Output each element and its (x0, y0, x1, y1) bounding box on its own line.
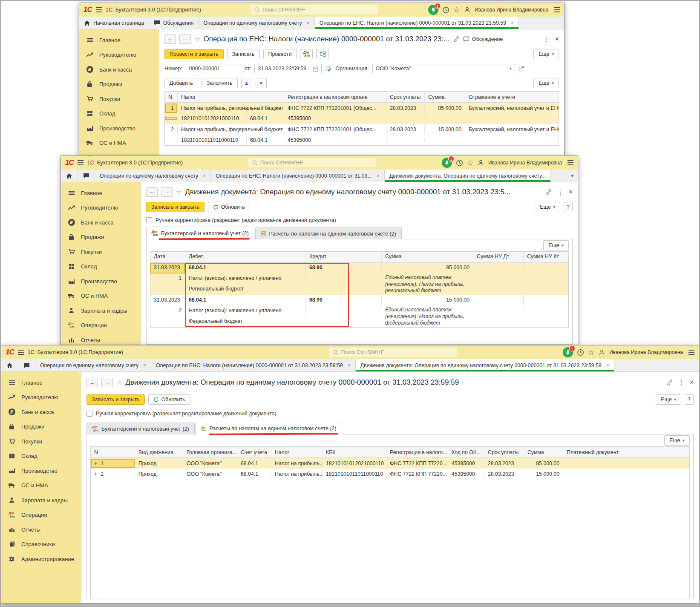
posting-entry[interactable]: 31.03.2023 68.04.1 68.90 85 000,00 1 Нал… (150, 263, 568, 295)
user-icon[interactable] (598, 349, 605, 356)
help-button[interactable]: ? (564, 202, 573, 212)
sidebar-item-manager[interactable]: Руководителю (1, 390, 81, 405)
sidebar-item-operations[interactable]: ДтКтОперации (1, 508, 81, 523)
sidebar-item-production[interactable]: Производство (79, 121, 159, 136)
save-button[interactable]: Записать (227, 49, 260, 59)
sidebar-item-main[interactable]: Главное (1, 375, 81, 390)
tab-home[interactable]: Начальная страница (79, 17, 149, 29)
back-button[interactable]: ← (86, 378, 98, 387)
forward-button[interactable]: → (179, 35, 191, 44)
tab-ens-operations[interactable]: Операции по единому налоговому счету × (35, 359, 151, 371)
sidebar-item-main[interactable]: Главное (61, 186, 141, 201)
favorite-star-icon[interactable]: ☆ (176, 188, 181, 196)
close-form-icon[interactable]: × (555, 35, 559, 43)
sidebar-item-bank[interactable]: ₽Банк и касса (61, 215, 141, 230)
tab-home[interactable] (61, 170, 78, 182)
table-row[interactable]: 2 Налог на прибыль, федеральный бюджет Ф… (165, 124, 559, 145)
forward-button[interactable]: → (161, 187, 173, 197)
sidebar-item-purchases[interactable]: Покупки (1, 434, 81, 449)
notifications-button[interactable]: 1 (442, 158, 452, 168)
user-name[interactable]: Иванова Ирина Владимировна (488, 160, 562, 166)
sidebar-item-operations[interactable]: ДтКтОперации (61, 318, 141, 333)
save-and-close-button[interactable]: Записать и закрыть (86, 394, 145, 405)
more-button[interactable]: Еще▾ (533, 78, 559, 88)
move-down-button[interactable]: ▼ (256, 78, 267, 88)
tab-close-icon[interactable]: × (511, 20, 514, 26)
dtkt-button[interactable]: ДтКт (300, 49, 313, 59)
link-icon[interactable] (666, 379, 673, 386)
tab-ens-operations[interactable]: Операции по единому налоговому счету × (95, 170, 211, 182)
sidebar-item-production[interactable]: Производство (1, 463, 81, 478)
more-button[interactable]: Еще▾ (543, 240, 569, 250)
sidebar-item-reports[interactable]: Отчеты (61, 333, 141, 345)
post-button[interactable]: Провести (263, 49, 297, 59)
favorites-star-button[interactable]: ☆ (453, 6, 460, 14)
tab-ens-settlements[interactable]: Расчеты по налогам на едином налоговом с… (255, 227, 402, 239)
more-button[interactable]: Еще▾ (664, 435, 690, 446)
date-field[interactable]: 31.03.2023 23:59:59 (254, 64, 322, 73)
sidebar-item-bank[interactable]: ₽Банк и касса (79, 62, 159, 77)
service-menu-icon[interactable] (554, 7, 560, 8)
save-and-close-button[interactable]: Записать и закрыть (146, 202, 205, 212)
notifications-button[interactable]: 1 (563, 347, 573, 357)
calendar-icon[interactable] (313, 66, 318, 72)
tab-close-icon[interactable]: × (377, 173, 380, 179)
sidebar-item-manager[interactable]: Руководителю (61, 201, 141, 216)
sidebar-item-sales[interactable]: Продажи (61, 230, 141, 245)
tab-close-icon[interactable]: × (203, 173, 206, 179)
tab-close-icon[interactable]: × (606, 362, 609, 368)
dropdown-caret-icon[interactable]: ▾ (510, 66, 512, 71)
main-menu-icon[interactable] (18, 350, 24, 351)
tab-movements[interactable]: Движения документа: Операция по единому … (356, 359, 614, 371)
user-icon[interactable] (477, 159, 484, 166)
sidebar-item-purchases[interactable]: Покупки (61, 245, 141, 259)
more-menu-icon[interactable]: ⋮ (544, 35, 550, 43)
sidebar-item-salary[interactable]: Зарплата и кадры (61, 303, 141, 318)
search-input[interactable]: Поиск Ctrl+Shift+F (251, 5, 378, 14)
tab-home[interactable] (1, 359, 18, 371)
user-name[interactable]: Иванова Ирина Владимировна (475, 7, 548, 13)
open-organization-icon[interactable] (519, 66, 524, 72)
sidebar-item-directories[interactable]: Справочники (1, 537, 81, 552)
tab-discussions[interactable] (78, 170, 95, 182)
service-menu-icon[interactable] (688, 350, 694, 351)
sidebar-item-warehouse[interactable]: Склад (61, 259, 141, 274)
table-row[interactable]: 1 Налог на прибыль, региональный бюджет … (165, 103, 559, 124)
service-menu-icon[interactable] (567, 160, 573, 161)
history-button[interactable] (442, 6, 449, 14)
notifications-button[interactable]: 1 (428, 5, 438, 15)
favorite-star-icon[interactable]: ☆ (194, 35, 200, 43)
sidebar-item-os-nma[interactable]: ОС и НМА (1, 478, 81, 493)
tab-ens-settlements[interactable]: Расчеты по налогам на едином налоговом с… (196, 422, 342, 434)
tab-close-icon[interactable]: × (307, 20, 310, 26)
favorite-star-icon[interactable]: ☆ (116, 379, 122, 386)
link-icon[interactable] (453, 36, 460, 43)
back-button[interactable]: ← (146, 187, 158, 197)
sidebar-item-os-nma[interactable]: ОС и НМА (61, 289, 141, 304)
tab-discussions[interactable]: Обсуждения (149, 17, 199, 29)
number-field[interactable]: 0000-000001 (186, 64, 241, 73)
tab-accounting[interactable]: ДтКт Бухгалтерский и налоговый учет (2) (146, 227, 254, 239)
sidebar-item-administration[interactable]: Администрирование (1, 552, 81, 567)
move-up-button[interactable]: ▲ (241, 78, 252, 88)
more-menu-icon[interactable]: ⋮ (557, 188, 564, 196)
user-name[interactable]: Иванова Ирина Владимировна (609, 349, 683, 355)
link-icon[interactable] (545, 189, 552, 196)
refresh-button[interactable]: Обновить (148, 394, 190, 405)
forward-button[interactable]: → (101, 378, 113, 387)
tab-ens-document[interactable]: Операция по ЕНС: Налоги (начисление) 000… (151, 359, 355, 371)
search-input[interactable]: Поиск Ctrl+Shift+F (329, 348, 457, 357)
tab-close-icon[interactable]: × (143, 362, 146, 368)
more-button[interactable]: Еще▾ (533, 49, 559, 59)
back-button[interactable]: ← (164, 35, 176, 44)
history-button[interactable] (577, 349, 584, 356)
more-menu-icon[interactable]: ⋮ (678, 379, 685, 386)
sidebar-item-sales[interactable]: Продажи (79, 77, 159, 92)
sidebar-item-os-nma[interactable]: ОС и НМА (79, 136, 159, 151)
sidebar-item-reports[interactable]: Отчеты (1, 522, 81, 537)
close-form-icon[interactable]: × (690, 379, 694, 386)
structure-button[interactable] (316, 49, 329, 59)
table-row[interactable]: +2 Приход ООО "Комета" 68.04.1 Налог на … (91, 469, 689, 479)
sidebar-item-production[interactable]: Производство (61, 274, 141, 289)
sidebar-item-sales[interactable]: Продажи (1, 420, 81, 434)
